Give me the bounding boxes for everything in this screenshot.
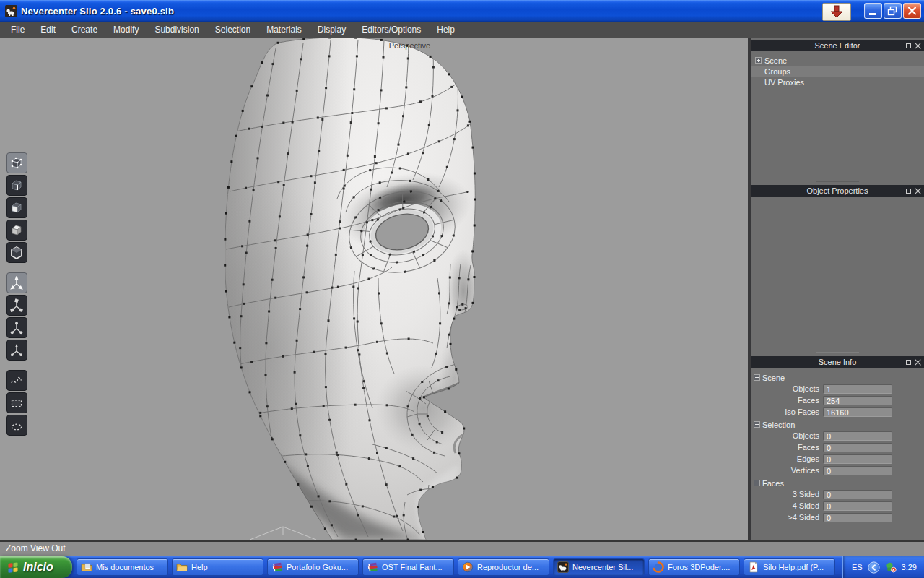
object-properties-header: Object Properties (751, 185, 924, 197)
select-edges-icon[interactable] (6, 175, 27, 196)
scene-editor-title: Scene Editor (751, 40, 924, 51)
select-vertices-icon[interactable] (6, 152, 27, 173)
media-player-icon (462, 561, 474, 573)
scene-info-row: Iso Faces 16160 (751, 406, 924, 418)
scene-info-title: Scene Info (751, 356, 924, 368)
manipulator-universal-icon[interactable] (6, 340, 27, 361)
scene-faces-field: 254 (823, 396, 892, 405)
documents-folder-icon (81, 561, 92, 573)
taskbar-item-silo-help-pdf[interactable]: Silo Help.pdf (P... (744, 558, 835, 576)
scene-info-row: Objects 1 (751, 383, 924, 394)
panel-float-icon[interactable] (906, 189, 911, 194)
expand-icon[interactable] (755, 57, 762, 64)
status-text: Zoom View Out (6, 543, 65, 553)
scene-info-row: Faces 254 (751, 394, 924, 406)
download-arrow-button[interactable] (822, 3, 851, 21)
menu-file[interactable]: File (3, 22, 32, 38)
collapse-icon[interactable] (754, 480, 760, 486)
collapse-icon[interactable] (754, 374, 760, 381)
panel-float-icon[interactable] (906, 43, 911, 48)
close-button[interactable] (903, 3, 921, 19)
system-tray: ES 3:29 (842, 556, 924, 578)
status-bar: Zoom View Out (0, 540, 924, 556)
pdf-icon (748, 561, 759, 573)
taskbar-item-nevercenter[interactable]: Nevercenter Sil... (553, 558, 645, 576)
rect-select-icon[interactable] (6, 392, 27, 413)
scene-info-row: Faces 0 (751, 441, 924, 453)
start-button[interactable]: Inicio (0, 556, 72, 578)
scene-editor-tree: Scene Groups UV Proxies (751, 51, 924, 178)
right-panel-column: Scene Editor Scene Groups UV Proxies Obj… (751, 38, 924, 540)
object-properties-title: Object Properties (751, 185, 924, 197)
taskbar-item-foros[interactable]: Foros 3DPoder.... (648, 558, 740, 576)
menu-display[interactable]: Display (310, 22, 354, 38)
viewport-3d-canvas[interactable]: Perspective (33, 38, 748, 540)
folder-icon (176, 561, 188, 573)
head-model (33, 38, 748, 540)
minimize-icon (866, 5, 880, 17)
app-icon (5, 5, 17, 17)
window-title: Nevercenter Silo 2.0.6 - save0.sib (21, 6, 174, 17)
panel-close-icon[interactable] (915, 188, 921, 194)
scene-editor-header: Scene Editor (751, 40, 924, 51)
restore-button[interactable] (884, 3, 902, 19)
taskbar-item-ost[interactable]: OST Final Fant... (362, 558, 454, 576)
taskbar-item-reproductor[interactable]: Reproductor de... (458, 558, 549, 576)
viewport-label: Perspective (389, 41, 430, 50)
panel-resize-handle[interactable] (751, 350, 924, 355)
taskbar-buttons: Mis documentos Help P (72, 556, 842, 578)
scene-info-row: Vertices 0 (751, 465, 924, 476)
left-toolbar (0, 38, 33, 540)
menu-edit[interactable]: Edit (32, 22, 64, 38)
selection-faces-field: 0 (823, 443, 892, 452)
panel-resize-handle[interactable] (751, 178, 924, 184)
taskbar-item-help[interactable]: Help (172, 558, 263, 576)
select-faces-icon[interactable] (6, 197, 27, 218)
menu-materials[interactable]: Materials (258, 22, 310, 38)
menu-selection[interactable]: Selection (207, 22, 258, 38)
menu-help[interactable]: Help (429, 22, 463, 38)
taskbar: Inicio Mis documentos Help (0, 556, 924, 578)
tree-item-groups[interactable]: Groups (751, 66, 924, 77)
soft-selection-icon[interactable] (6, 370, 27, 391)
panel-float-icon[interactable] (906, 360, 911, 365)
menu-editors-options[interactable]: Editors/Options (354, 22, 429, 38)
taskbar-item-mis-documentos[interactable]: Mis documentos (77, 558, 168, 576)
menu-create[interactable]: Create (64, 22, 105, 38)
close-icon (905, 5, 919, 17)
tray-status-icon[interactable] (885, 561, 897, 573)
menu-subdivision[interactable]: Subdivision (147, 22, 206, 38)
manipulator-rotate-icon[interactable] (6, 295, 27, 316)
minimize-button[interactable] (864, 3, 882, 19)
select-multi-icon[interactable] (6, 242, 27, 263)
paint-select-icon[interactable] (6, 415, 27, 436)
hide-icons-chevron-icon[interactable] (868, 561, 880, 574)
object-properties-body (751, 197, 924, 350)
winrar-icon (271, 561, 283, 573)
select-objects-icon[interactable] (6, 220, 27, 241)
restore-icon (886, 5, 899, 17)
selection-objects-field: 0 (823, 431, 892, 441)
scene-info-group-scene: Scene (751, 372, 924, 383)
firefox-icon (653, 561, 664, 573)
scene-iso-faces-field: 16160 (823, 407, 892, 417)
tree-item-scene[interactable]: Scene (751, 55, 924, 66)
scene-info-body: Scene Objects 1 Faces 254 Iso Faces 1616… (751, 368, 924, 540)
tree-item-uv-proxies[interactable]: UV Proxies (751, 77, 924, 87)
scene-info-row: Objects 0 (751, 430, 924, 441)
panel-close-icon[interactable] (915, 359, 921, 366)
scene-info-row: 3 Sided 0 (751, 488, 924, 500)
scene-info-header: Scene Info (751, 356, 924, 368)
collapse-icon[interactable] (754, 421, 760, 428)
manipulator-move-icon[interactable] (6, 272, 27, 293)
menu-modify[interactable]: Modify (105, 22, 147, 38)
language-indicator[interactable]: ES (852, 563, 863, 571)
clock[interactable]: 3:29 (902, 563, 917, 571)
taskbar-item-portafolio[interactable]: Portafolio Goku... (267, 558, 359, 576)
manipulator-scale-icon[interactable] (6, 317, 27, 338)
menu-bar: File Edit Create Modify Subdivision Sele… (0, 22, 924, 38)
windows-flag-icon (6, 561, 19, 574)
faces-gt4sided-field: 0 (823, 513, 892, 522)
panel-close-icon[interactable] (915, 43, 921, 49)
start-label: Inicio (23, 561, 53, 574)
